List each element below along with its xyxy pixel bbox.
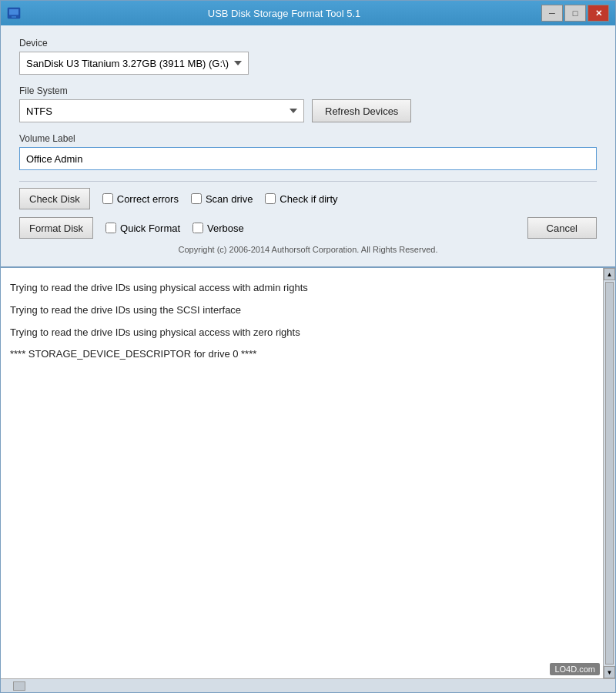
- volume-section: Volume Label: [19, 133, 597, 170]
- filesystem-label: File System: [19, 85, 597, 96]
- window-title: USB Disk Storage Format Tool 5.1: [27, 8, 541, 19]
- title-bar: USB Disk Storage Format Tool 5.1 ─ □ ✕: [1, 1, 615, 25]
- app-window: USB Disk Storage Format Tool 5.1 ─ □ ✕ D…: [0, 0, 616, 693]
- filesystem-row: NTFS Refresh Devices: [19, 99, 597, 122]
- device-label: Device: [19, 38, 597, 49]
- quick-format-checkbox[interactable]: [105, 223, 116, 233]
- close-button[interactable]: ✕: [588, 5, 609, 22]
- correct-errors-label[interactable]: Correct errors: [102, 193, 179, 205]
- horizontal-scrollbar[interactable]: [1, 678, 615, 692]
- volume-label-text: Volume Label: [19, 133, 597, 144]
- scrollbar[interactable]: ▲ ▼: [603, 268, 615, 678]
- device-section: Device SanDisk U3 Titanium 3.27GB (3911 …: [19, 38, 597, 75]
- quick-format-label[interactable]: Quick Format: [105, 223, 180, 234]
- device-select[interactable]: SanDisk U3 Titanium 3.27GB (3911 MB) (G:…: [19, 52, 249, 75]
- format-disk-button[interactable]: Format Disk: [19, 217, 93, 239]
- correct-errors-checkbox[interactable]: [102, 193, 113, 204]
- verbose-checkbox[interactable]: [192, 223, 203, 233]
- log-line-4: **** STORAGE_DEVICE_DESCRIPTOR for drive…: [10, 346, 606, 363]
- svg-rect-1: [9, 9, 18, 15]
- scroll-left-button[interactable]: [13, 681, 25, 691]
- scroll-up-button[interactable]: ▲: [604, 268, 615, 280]
- divider-1: [19, 181, 597, 182]
- log-line-2: Trying to read the drive IDs using the S…: [10, 303, 606, 319]
- scroll-down-button[interactable]: ▼: [604, 666, 615, 678]
- volume-label-input[interactable]: [19, 147, 597, 170]
- check-dirty-label[interactable]: Check if dirty: [265, 193, 337, 205]
- minimize-button[interactable]: ─: [541, 5, 563, 22]
- verbose-label[interactable]: Verbose: [192, 223, 244, 234]
- log-content[interactable]: Trying to read the drive IDs using physi…: [1, 268, 615, 678]
- log-area: Trying to read the drive IDs using physi…: [1, 266, 615, 692]
- maximize-button[interactable]: □: [564, 5, 586, 22]
- log-line-1: Trying to read the drive IDs using physi…: [10, 280, 606, 296]
- svg-rect-2: [12, 16, 16, 18]
- check-disk-row: Check Disk Correct errors Scan drive Che…: [19, 188, 597, 209]
- window-controls: ─ □ ✕: [541, 5, 609, 22]
- watermark: LO4D.com: [550, 663, 600, 675]
- scan-drive-label[interactable]: Scan drive: [191, 193, 253, 205]
- format-disk-row: Format Disk Quick Format Verbose Cancel: [19, 217, 597, 239]
- app-icon: [7, 6, 21, 20]
- scan-drive-checkbox[interactable]: [191, 193, 202, 204]
- refresh-devices-button[interactable]: Refresh Devices: [312, 99, 411, 122]
- check-dirty-checkbox[interactable]: [265, 193, 276, 204]
- form-area: Device SanDisk U3 Titanium 3.27GB (3911 …: [1, 25, 615, 266]
- copyright-text: Copyright (c) 2006-2014 Authorsoft Corpo…: [19, 245, 597, 254]
- svg-rect-3: [8, 15, 20, 15]
- filesystem-select[interactable]: NTFS: [19, 99, 304, 122]
- scrollbar-thumb[interactable]: [605, 282, 614, 665]
- filesystem-section: File System NTFS Refresh Devices: [19, 85, 597, 122]
- main-content: Device SanDisk U3 Titanium 3.27GB (3911 …: [1, 25, 615, 692]
- cancel-button[interactable]: Cancel: [527, 217, 597, 239]
- check-disk-button[interactable]: Check Disk: [19, 188, 90, 209]
- log-line-3: Trying to read the drive IDs using physi…: [10, 325, 606, 341]
